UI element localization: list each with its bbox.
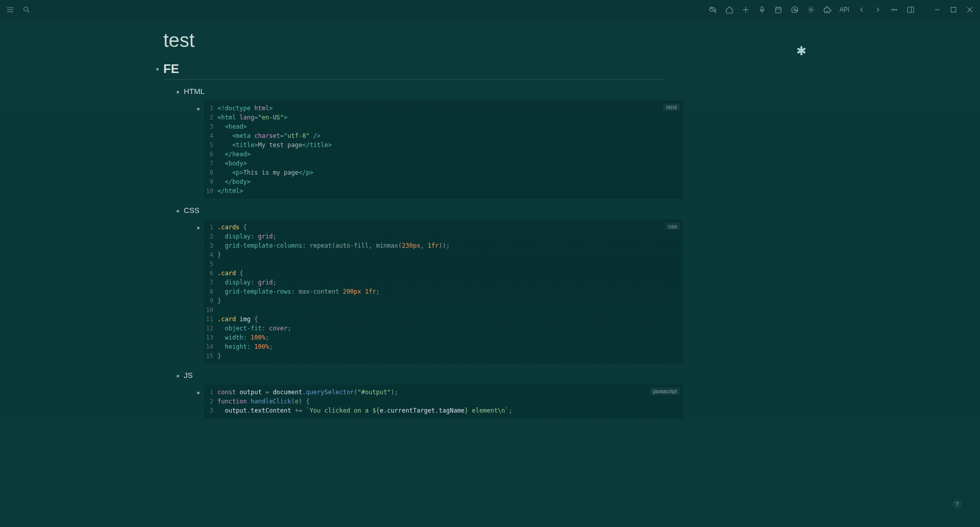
- svg-rect-9: [908, 7, 914, 13]
- code-line[interactable]: 5: [204, 259, 683, 269]
- bullet-icon[interactable]: [156, 68, 159, 70]
- line-number: 3: [204, 241, 217, 250]
- section-heading[interactable]: JS: [184, 371, 980, 379]
- calendar-icon[interactable]: [772, 4, 785, 16]
- line-number: 9: [204, 177, 217, 186]
- bullet-icon[interactable]: [197, 108, 200, 110]
- line-number: 1: [204, 223, 217, 232]
- code-line[interactable]: 1<!doctype html>: [204, 104, 683, 113]
- svg-point-5: [810, 9, 812, 11]
- api-button[interactable]: API: [838, 6, 851, 13]
- line-number: 4: [204, 131, 217, 140]
- bullet-icon[interactable]: [197, 392, 200, 394]
- code-line[interactable]: 2<html lang="en-US">: [204, 113, 683, 122]
- line-number: 8: [204, 287, 217, 296]
- svg-point-4: [794, 9, 796, 11]
- code-line[interactable]: 15}: [204, 351, 683, 361]
- heading-fe[interactable]: FE: [163, 62, 980, 76]
- line-number: 10: [204, 186, 217, 196]
- code-line[interactable]: 4 <meta charset="utf-8" />: [204, 131, 683, 140]
- back-icon[interactable]: [855, 4, 868, 16]
- line-number: 7: [204, 278, 217, 287]
- code-line[interactable]: 7 display: grid;: [204, 278, 683, 287]
- gear-icon[interactable]: [805, 4, 817, 16]
- svg-rect-1: [761, 7, 763, 11]
- svg-point-6: [892, 9, 893, 10]
- forward-icon[interactable]: [872, 4, 884, 16]
- panel-icon[interactable]: [904, 4, 917, 16]
- mic-icon[interactable]: [756, 4, 768, 16]
- line-number: 10: [204, 305, 217, 315]
- code-line[interactable]: 4}: [204, 250, 683, 259]
- section-heading[interactable]: HTML: [184, 87, 980, 95]
- menu-icon[interactable]: [4, 4, 16, 16]
- line-number: 6: [204, 150, 217, 159]
- code-line[interactable]: 11.card img {: [204, 315, 683, 324]
- code-line[interactable]: 1.cards {: [204, 223, 683, 232]
- bullet-icon[interactable]: [177, 375, 179, 377]
- code-line[interactable]: 12 object-fit: cover;: [204, 324, 683, 333]
- svg-rect-2: [775, 7, 781, 13]
- titlebar: API: [0, 0, 980, 19]
- line-number: 6: [204, 269, 217, 278]
- code-line[interactable]: 3 output.textContent += `You clicked on …: [204, 406, 683, 415]
- command-icon[interactable]: [740, 4, 752, 16]
- line-number: 5: [204, 259, 217, 269]
- bullet-icon[interactable]: [197, 227, 200, 229]
- section-heading[interactable]: CSS: [184, 206, 980, 214]
- line-number: 1: [204, 104, 217, 113]
- code-line[interactable]: 6.card {: [204, 269, 683, 278]
- line-number: 13: [204, 333, 217, 342]
- code-lang-tag: html: [663, 104, 680, 111]
- minimize-icon[interactable]: [931, 4, 943, 16]
- line-number: 2: [204, 113, 217, 122]
- bullet-icon[interactable]: [177, 91, 179, 93]
- line-number: 2: [204, 397, 217, 406]
- code-line[interactable]: 9 </body>: [204, 177, 683, 186]
- page-title[interactable]: test: [128, 30, 980, 52]
- code-line[interactable]: 10</html>: [204, 186, 683, 196]
- code-line[interactable]: 2 display: grid;: [204, 232, 683, 241]
- help-button[interactable]: ?: [952, 499, 962, 509]
- line-number: 1: [204, 388, 217, 397]
- svg-point-0: [24, 7, 28, 11]
- close-icon[interactable]: [964, 4, 976, 16]
- code-line[interactable]: 3 <head>: [204, 122, 683, 131]
- line-number: 14: [204, 342, 217, 351]
- line-number: 4: [204, 250, 217, 259]
- code-line[interactable]: 14 height: 100%;: [204, 342, 683, 351]
- puzzle-icon[interactable]: [821, 4, 834, 16]
- heading-divider: [163, 79, 665, 80]
- cloud-off-icon[interactable]: [707, 4, 719, 16]
- home-icon[interactable]: [723, 4, 736, 16]
- code-line[interactable]: 9}: [204, 296, 683, 305]
- at-icon[interactable]: [789, 4, 801, 16]
- line-number: 7: [204, 159, 217, 168]
- bullet-icon[interactable]: [177, 210, 179, 212]
- code-line[interactable]: 13 width: 100%;: [204, 333, 683, 342]
- maximize-icon[interactable]: [947, 4, 960, 16]
- line-number: 3: [204, 122, 217, 131]
- code-line[interactable]: 7 <body>: [204, 159, 683, 168]
- svg-point-7: [894, 9, 895, 10]
- code-line[interactable]: 3 grid-template-columns: repeat(auto-fil…: [204, 241, 683, 250]
- line-number: 9: [204, 296, 217, 305]
- line-number: 15: [204, 351, 217, 361]
- code-line[interactable]: 8 <p>This is my page</p>: [204, 168, 683, 177]
- search-icon[interactable]: [20, 4, 33, 16]
- code-block[interactable]: css1.cards {2 display: grid;3 grid-templ…: [204, 220, 683, 364]
- code-line[interactable]: 8 grid-template-rows: max-content 200px …: [204, 287, 683, 296]
- code-line[interactable]: 6 </head>: [204, 150, 683, 159]
- line-number: 12: [204, 324, 217, 333]
- code-block[interactable]: javascript1const output = document.query…: [204, 385, 683, 418]
- content-area: test FE HTMLhtml1<!doctype html>2<html l…: [0, 19, 980, 527]
- asterisk-icon: ✱: [796, 44, 806, 58]
- code-block[interactable]: html1<!doctype html>2<html lang="en-US">…: [204, 101, 683, 199]
- code-line[interactable]: 10: [204, 305, 683, 315]
- more-icon[interactable]: [888, 4, 900, 16]
- code-line[interactable]: 5 <title>My test page</title>: [204, 140, 683, 150]
- code-line[interactable]: 1const output = document.querySelector("…: [204, 388, 683, 397]
- code-lang-tag: css: [666, 223, 680, 230]
- code-line[interactable]: 2function handleClick(e) {: [204, 397, 683, 406]
- line-number: 3: [204, 406, 217, 415]
